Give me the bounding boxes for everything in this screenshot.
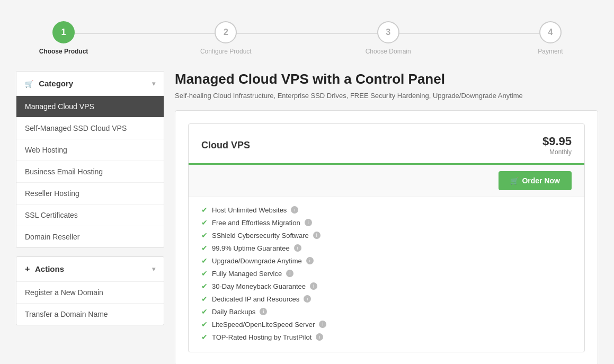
feature-label-4: Upgrade/Downgrade Anytime [212,257,302,265]
feature-item-3: ✔ 99.9% Uptime Guarantee i [201,244,572,252]
step-circle-2: 2 [215,21,237,43]
step-1: 1 Choose Product [37,21,90,55]
info-icon-5[interactable]: i [286,270,293,277]
check-icon-8: ✔ [201,307,208,316]
order-btn-row: Order Now [189,165,584,197]
main-layout: Category ▾ Managed Cloud VPS Self-Manage… [16,71,598,364]
feature-label-9: LiteSpeed/OpenLiteSpeed Server [212,321,315,329]
feature-item-1: ✔ Free and Effortless Migration i [201,218,572,227]
check-icon: ✔ [201,206,208,214]
feature-item-6: ✔ 30-Day Moneyback Guarantee i [201,282,572,290]
actions-chevron[interactable]: ▾ [152,265,155,273]
check-icon-5: ✔ [201,269,208,278]
info-icon-2[interactable]: i [313,232,321,239]
feature-label-1: Free and Effortless Migration [212,219,300,227]
category-header: Category ▾ [16,72,164,96]
sidebar-item-managed-cloud-vps[interactable]: Managed Cloud VPS [16,96,164,118]
step-circle-1: 1 [52,21,75,43]
order-now-button[interactable]: Order Now [499,171,572,190]
stepper: 1 Choose Product 2 Configure Product 3 C… [16,11,598,71]
page-wrapper: 1 Choose Product 2 Configure Product 3 C… [0,0,614,364]
feature-item-2: ✔ SShield Cybersecurity Software i [201,231,572,239]
check-icon-9: ✔ [201,320,208,329]
step-label-3: Choose Domain [366,48,411,55]
product-price: $9.95 [542,135,572,148]
feature-label-10: TOP-Rated Hosting by TrustPilot [212,333,312,341]
feature-item-0: ✔ Host Unlimited Websites i [201,206,572,214]
check-icon-3: ✔ [201,244,208,252]
category-chevron[interactable]: ▾ [152,80,155,87]
info-icon-10[interactable]: i [316,333,323,341]
product-card-container: Cloud VPS $9.95 Monthly Order Now [175,110,598,364]
feature-item-4: ✔ Upgrade/Downgrade Anytime i [201,256,572,265]
feature-label-0: Host Unlimited Websites [212,206,287,214]
info-icon-3[interactable]: i [294,244,301,252]
step-label-1: Choose Product [39,48,88,55]
check-icon-4: ✔ [201,256,208,265]
stepper-line [69,33,545,34]
product-card-header: Cloud VPS $9.95 Monthly [189,124,584,165]
feature-label-3: 99.9% Uptime Guarantee [212,244,290,252]
features-list: ✔ Host Unlimited Websites i ✔ Free and E… [189,197,584,352]
product-title: Managed Cloud VPS with a Control Panel [175,71,598,87]
info-icon-6[interactable]: i [310,282,317,290]
feature-label-5: Fully Managed Service [212,270,282,278]
check-icon-10: ✔ [201,333,208,341]
feature-item-7: ✔ Dedicated IP and Resources i [201,295,572,303]
check-icon-6: ✔ [201,282,208,290]
product-subtitle: Self-healing Cloud Infrastructure, Enter… [175,92,598,100]
info-icon-0[interactable]: i [291,206,298,214]
content-area: Managed Cloud VPS with a Control Panel S… [175,71,598,364]
sidebar-item-self-managed[interactable]: Self-Managed SSD Cloud VPS [16,118,164,139]
plus-icon [25,264,33,273]
feature-item-9: ✔ LiteSpeed/OpenLiteSpeed Server i [201,320,572,329]
actions-header-label: Actions [25,264,64,274]
category-header-label: Category [25,79,73,88]
product-name: Cloud VPS [201,140,250,151]
sidebar: Category ▾ Managed Cloud VPS Self-Manage… [16,71,164,334]
cart-icon [25,79,37,88]
cart-icon-btn [510,176,519,185]
feature-label-7: Dedicated IP and Resources [212,295,299,303]
actions-section: Actions ▾ Register a New Domain Transfer… [16,256,164,325]
feature-item-5: ✔ Fully Managed Service i [201,269,572,278]
product-period: Monthly [542,148,572,156]
info-icon-1[interactable]: i [305,219,312,226]
product-pricing: $9.95 Monthly [542,135,572,156]
sidebar-item-business-email[interactable]: Business Email Hosting [16,161,164,183]
product-card: Cloud VPS $9.95 Monthly Order Now [188,123,585,352]
info-icon-7[interactable]: i [304,295,311,303]
feature-label-6: 30-Day Moneyback Guarantee [212,282,306,290]
sidebar-item-transfer-domain[interactable]: Transfer a Domain Name [16,304,164,325]
step-4: 4 Payment [524,21,577,55]
info-icon-8[interactable]: i [260,308,267,315]
sidebar-item-web-hosting[interactable]: Web Hosting [16,139,164,161]
step-circle-4: 4 [539,21,562,43]
check-icon-1: ✔ [201,218,208,227]
category-section: Category ▾ Managed Cloud VPS Self-Manage… [16,71,164,248]
step-3: 3 Choose Domain [362,21,415,55]
info-icon-4[interactable]: i [306,257,314,264]
sidebar-item-ssl[interactable]: SSL Certificates [16,205,164,226]
check-icon-2: ✔ [201,231,208,239]
feature-label-8: Daily Backups [212,308,255,316]
sidebar-item-domain-reseller[interactable]: Domain Reseller [16,226,164,247]
info-icon-9[interactable]: i [319,321,326,328]
step-label-2: Configure Product [200,48,252,55]
feature-item-8: ✔ Daily Backups i [201,307,572,316]
sidebar-item-register-domain[interactable]: Register a New Domain [16,282,164,304]
feature-item-10: ✔ TOP-Rated Hosting by TrustPilot i [201,333,572,341]
sidebar-item-reseller-hosting[interactable]: Reseller Hosting [16,183,164,205]
step-circle-3: 3 [377,21,399,43]
check-icon-7: ✔ [201,295,208,303]
step-2: 2 Configure Product [199,21,252,55]
feature-label-2: SShield Cybersecurity Software [212,232,309,239]
step-label-4: Payment [538,48,563,55]
actions-header: Actions ▾ [16,257,164,282]
